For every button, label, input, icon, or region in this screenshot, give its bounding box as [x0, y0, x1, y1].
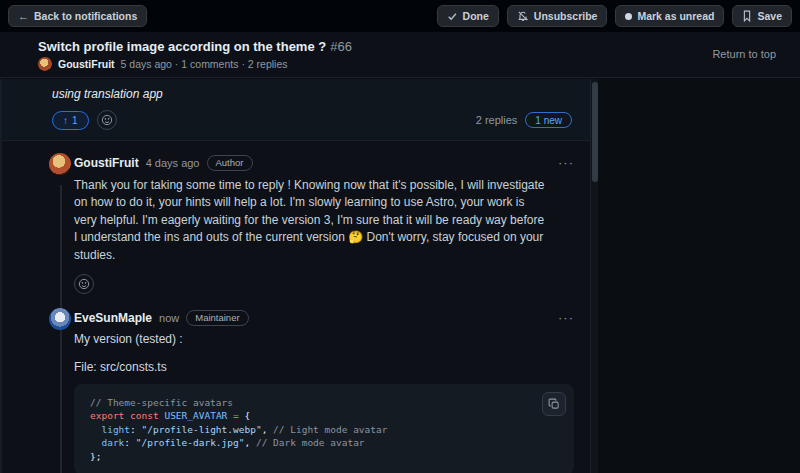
- upvote-reaction-button[interactable]: ↑ 1: [52, 111, 89, 130]
- back-to-notifications-button[interactable]: ← Back to notifications: [8, 5, 147, 27]
- topbar-actions: Done Unsubscribe Mark as unread Save: [437, 5, 792, 27]
- kebab-menu-icon[interactable]: ···: [558, 314, 574, 322]
- new-replies-badge[interactable]: 1 new: [525, 112, 572, 128]
- issue-body-section: using translation app ↑ 1 2 replies 1 ne…: [2, 79, 590, 141]
- avatar[interactable]: [49, 153, 71, 175]
- issue-title-line: Switch profile image according on the th…: [38, 39, 352, 54]
- issue-number: #66: [330, 39, 352, 54]
- replies-group: 2 replies 1 new: [476, 112, 572, 128]
- bell-slash-icon: [517, 10, 529, 22]
- issue-author[interactable]: GoustiFruit: [58, 58, 115, 70]
- issue-body-footer: ↑ 1 2 replies 1 new: [52, 110, 572, 130]
- code-block-consts: // Theme-specific avatarsexport const US…: [74, 384, 574, 473]
- check-icon: [447, 11, 458, 22]
- comment-body-text: Thank you for taking some time to reply …: [74, 177, 574, 264]
- comment-header: EveSunMaple now Maintainer ···: [74, 308, 574, 328]
- comment-intro-text: My version (tested) :: [74, 332, 574, 346]
- comment-goustifruit: GoustiFruit 4 days ago Author ··· Thank …: [2, 153, 590, 294]
- author-badge: Author: [207, 155, 253, 171]
- scrollbar-thumb[interactable]: [592, 82, 598, 182]
- comment-header: GoustiFruit 4 days ago Author ···: [74, 153, 574, 173]
- smiley-icon: [78, 278, 90, 290]
- done-button[interactable]: Done: [437, 5, 499, 27]
- replies-count-label: 2 replies: [476, 114, 518, 126]
- unread-dot-icon: [625, 13, 632, 20]
- issue-title: Switch profile image according on the th…: [38, 39, 326, 54]
- copy-code-button[interactable]: [542, 392, 566, 416]
- discussion-panel: using translation app ↑ 1 2 replies 1 ne…: [0, 79, 590, 473]
- arrow-left-icon: ←: [18, 10, 29, 22]
- panel-scrollbar[interactable]: [590, 79, 598, 473]
- file-label-consts: File: src/consts.ts: [74, 360, 574, 374]
- comment-author[interactable]: GoustiFruit: [74, 156, 139, 170]
- save-label: Save: [757, 10, 782, 22]
- maintainer-badge: Maintainer: [186, 310, 248, 326]
- copy-icon: [548, 398, 560, 410]
- done-label: Done: [463, 10, 489, 22]
- issue-byline: GoustiFruit 5 days ago · 1 comments · 2 …: [38, 57, 352, 71]
- comment-timestamp: 4 days ago: [146, 157, 200, 169]
- issue-meta: 5 days ago · 1 comments · 2 replies: [121, 58, 288, 70]
- save-button[interactable]: Save: [732, 5, 792, 27]
- kebab-menu-icon[interactable]: ···: [558, 159, 574, 167]
- code-content: // Theme-specific avatarsexport const US…: [90, 396, 558, 464]
- upvote-count: 1: [72, 115, 78, 126]
- comment-evesunmaple: EveSunMaple now Maintainer ··· My versio…: [2, 308, 590, 473]
- unsubscribe-button[interactable]: Unsubscribe: [507, 5, 608, 27]
- issue-body-text: using translation app: [52, 87, 572, 101]
- mark-as-unread-label: Mark as unread: [637, 10, 714, 22]
- reaction-group: ↑ 1: [52, 110, 117, 130]
- issue-header-left: Switch profile image according on the th…: [38, 39, 352, 71]
- back-button-label: Back to notifications: [34, 10, 137, 22]
- bookmark-icon: [742, 10, 752, 22]
- comment-author[interactable]: EveSunMaple: [74, 311, 152, 325]
- return-to-top-link[interactable]: Return to top: [712, 48, 776, 60]
- smiley-icon: [101, 114, 113, 126]
- avatar[interactable]: [38, 57, 52, 71]
- comment-timestamp: now: [159, 312, 179, 324]
- add-reaction-button[interactable]: [97, 110, 117, 130]
- notification-topbar: ← Back to notifications Done Unsubscribe…: [0, 0, 800, 32]
- comment-thread: GoustiFruit 4 days ago Author ··· Thank …: [2, 141, 590, 473]
- issue-header: Switch profile image according on the th…: [0, 32, 800, 78]
- avatar[interactable]: [49, 308, 71, 330]
- mark-as-unread-button[interactable]: Mark as unread: [615, 5, 724, 27]
- arrow-up-icon: ↑: [63, 115, 68, 126]
- unsubscribe-label: Unsubscribe: [534, 10, 598, 22]
- add-reaction-button[interactable]: [74, 274, 94, 294]
